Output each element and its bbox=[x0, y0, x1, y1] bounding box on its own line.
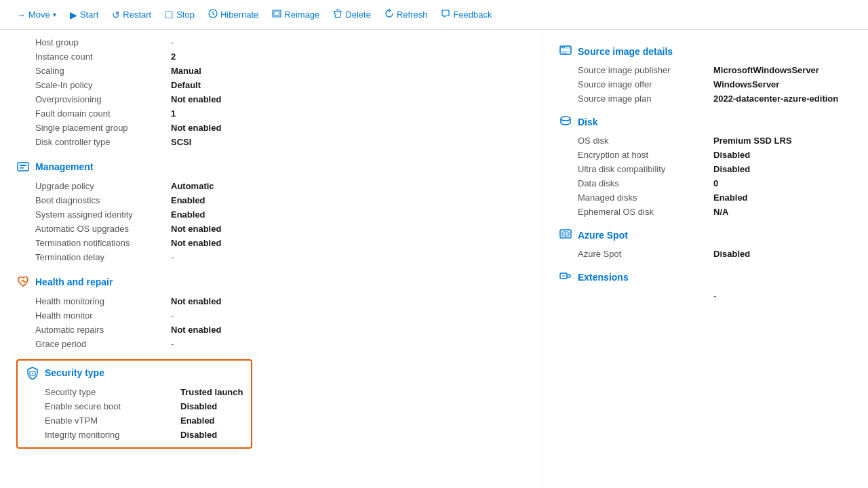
prop-system-assigned-identity: System assigned identity Enabled bbox=[16, 207, 526, 222]
move-button[interactable]: → Move ▾ bbox=[11, 7, 62, 23]
prop-fault-domain-count: Fault domain count 1 bbox=[16, 106, 526, 121]
general-props: Host group - Instance count 2 Scaling Ma… bbox=[16, 35, 526, 149]
prop-disk-controller-type: Disk controller type SCSI bbox=[16, 135, 526, 149]
health-section-header: Health and repair bbox=[16, 275, 526, 289]
prop-auto-os-upgrades: Automatic OS upgrades Not enabled bbox=[16, 222, 526, 236]
extensions-title: Extensions bbox=[578, 272, 629, 283]
left-panel: Host group - Instance count 2 Scaling Ma… bbox=[0, 30, 542, 488]
main-content: Host group - Instance count 2 Scaling Ma… bbox=[0, 30, 868, 488]
management-section-title: Management bbox=[35, 161, 94, 172]
security-icon bbox=[26, 366, 39, 380]
azure-spot-section-header: Azure Spot bbox=[559, 227, 852, 243]
feedback-button[interactable]: Feedback bbox=[435, 6, 497, 23]
stop-button[interactable]: ☐ Stop bbox=[159, 7, 200, 23]
azure-spot-title: Azure Spot bbox=[578, 230, 628, 241]
prop-instance-count: Instance count 2 bbox=[16, 49, 526, 64]
prop-grace-period: Grace period - bbox=[16, 337, 526, 351]
prop-encryption-at-host: Encryption at host Disabled bbox=[559, 148, 852, 162]
right-panel: Source image details Source image publis… bbox=[542, 30, 868, 488]
health-section-title: Health and repair bbox=[35, 277, 113, 287]
prop-integrity-monitoring: Integrity monitoring Disabled bbox=[26, 428, 243, 442]
restart-icon: ↺ bbox=[112, 9, 120, 20]
prop-os-disk: OS disk Premium SSD LRS bbox=[559, 134, 852, 148]
health-icon bbox=[16, 275, 30, 289]
svg-point-9 bbox=[32, 373, 33, 374]
prop-health-monitoring: Health monitoring Not enabled bbox=[16, 294, 526, 308]
source-image-section-header: Source image details bbox=[559, 43, 852, 59]
prop-automatic-repairs: Automatic repairs Not enabled bbox=[16, 323, 526, 337]
svg-rect-15 bbox=[561, 53, 567, 54]
prop-termination-notifications: Termination notifications Not enabled bbox=[16, 236, 526, 250]
security-type-section-header: Security type bbox=[26, 366, 243, 380]
prop-managed-disks: Managed disks Enabled bbox=[559, 190, 852, 205]
restart-button[interactable]: ↺ Restart bbox=[106, 7, 157, 23]
feedback-icon bbox=[441, 9, 450, 20]
refresh-icon bbox=[384, 9, 394, 20]
prop-data-disks: Data disks 0 bbox=[559, 176, 852, 190]
security-type-title: Security type bbox=[45, 367, 104, 378]
prop-source-image-plan: Source image plan 2022-datacenter-azure-… bbox=[559, 92, 852, 106]
management-icon bbox=[16, 160, 30, 174]
extensions-section-header: Extensions bbox=[559, 269, 852, 285]
prop-extensions-value: - bbox=[559, 289, 852, 303]
prop-scale-in-policy: Scale-In policy Default bbox=[16, 78, 526, 92]
disk-section-header: Disk bbox=[559, 114, 852, 129]
svg-rect-21 bbox=[561, 275, 566, 277]
disk-icon bbox=[559, 114, 572, 129]
prop-host-group: Host group - bbox=[16, 35, 526, 49]
prop-enable-secure-boot: Enable secure boot Disabled bbox=[26, 399, 243, 413]
toolbar: → Move ▾ ▶ Start ↺ Restart ☐ Stop Hibern… bbox=[0, 0, 868, 30]
prop-overprovisioning: Overprovisioning Not enabled bbox=[16, 92, 526, 106]
management-section-header: Management bbox=[16, 160, 526, 174]
prop-boot-diagnostics: Boot diagnostics Enabled bbox=[16, 193, 526, 207]
svg-point-13 bbox=[564, 47, 565, 48]
extensions-icon bbox=[559, 269, 572, 285]
reimage-icon bbox=[272, 9, 281, 20]
hibernate-icon bbox=[208, 9, 218, 20]
svg-rect-6 bbox=[20, 165, 26, 166]
hibernate-button[interactable]: Hibernate bbox=[203, 6, 264, 23]
azure-spot-icon bbox=[559, 227, 572, 243]
delete-button[interactable]: Delete bbox=[328, 6, 376, 23]
svg-point-16 bbox=[561, 117, 570, 121]
svg-rect-5 bbox=[18, 163, 28, 171]
prop-upgrade-policy: Upgrade policy Automatic bbox=[16, 179, 526, 193]
prop-source-image-offer: Source image offer WindowsServer bbox=[559, 77, 852, 92]
svg-point-12 bbox=[561, 47, 563, 48]
start-icon: ▶ bbox=[70, 9, 77, 20]
start-button[interactable]: ▶ Start bbox=[64, 7, 104, 23]
prop-ultra-disk-compatibility: Ultra disk compatibility Disabled bbox=[559, 162, 852, 176]
security-type-box: Security type Security type Trusted laun… bbox=[16, 359, 252, 449]
prop-health-monitor: Health monitor - bbox=[16, 308, 526, 323]
refresh-button[interactable]: Refresh bbox=[379, 6, 433, 23]
svg-rect-4 bbox=[336, 9, 340, 10]
source-image-icon bbox=[559, 43, 572, 59]
svg-rect-7 bbox=[20, 167, 24, 169]
move-dropdown-icon: ▾ bbox=[53, 11, 56, 18]
reimage-button[interactable]: Reimage bbox=[267, 6, 325, 23]
stop-icon: ☐ bbox=[165, 9, 174, 20]
disk-title: Disk bbox=[578, 117, 598, 127]
delete-icon bbox=[333, 9, 342, 20]
prop-single-placement-group: Single placement group Not enabled bbox=[16, 121, 526, 135]
prop-azure-spot-value: Azure Spot Disabled bbox=[559, 247, 852, 261]
source-image-title: Source image details bbox=[578, 46, 673, 57]
prop-scaling: Scaling Manual bbox=[16, 64, 526, 78]
move-icon: → bbox=[16, 9, 26, 20]
prop-security-type-value: Security type Trusted launch bbox=[26, 385, 243, 399]
prop-enable-vtpm: Enable vTPM Enabled bbox=[26, 413, 243, 428]
svg-rect-14 bbox=[561, 51, 570, 52]
svg-point-17 bbox=[561, 121, 570, 125]
prop-ephemeral-os-disk: Ephemeral OS disk N/A bbox=[559, 205, 852, 219]
prop-termination-delay: Termination delay - bbox=[16, 250, 526, 264]
svg-rect-2 bbox=[274, 12, 279, 16]
prop-source-image-publisher: Source image publisher MicrosoftWindowsS… bbox=[559, 63, 852, 77]
